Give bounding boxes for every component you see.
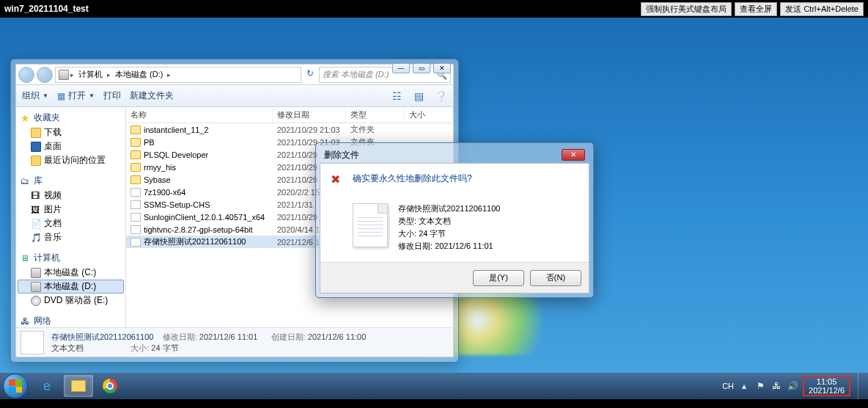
delete-warning-icon: ✖ bbox=[331, 172, 345, 187]
column-name[interactable]: 名称 bbox=[126, 107, 273, 123]
drive-icon bbox=[31, 268, 41, 278]
document-icon: 📄 bbox=[31, 219, 41, 229]
dialog-yes-button[interactable]: 是(Y) bbox=[473, 270, 524, 286]
taskbar-ie-button[interactable]: e bbox=[32, 375, 62, 397]
chevron-right-icon[interactable]: ▸ bbox=[107, 71, 111, 79]
folder-icon bbox=[71, 380, 86, 392]
sidebar-videos[interactable]: 🎞视频 bbox=[18, 189, 124, 203]
details-modified: 2021/12/6 11:01 bbox=[199, 332, 258, 341]
column-date[interactable]: 修改日期 bbox=[273, 107, 346, 123]
nav-forward-button[interactable] bbox=[37, 67, 53, 83]
sidebar-music[interactable]: 🎵音乐 bbox=[18, 230, 124, 244]
clock-highlight: 11:05 2021/12/6 bbox=[803, 376, 850, 396]
library-icon: 🗂 bbox=[21, 176, 31, 186]
ime-indicator[interactable]: CH bbox=[722, 382, 734, 390]
sidebar-network[interactable]: 🖧网络 bbox=[18, 313, 124, 327]
vnc-force-us-keyboard-button[interactable]: 强制执行美式键盘布局 bbox=[641, 2, 732, 16]
file-name: Sybase bbox=[144, 175, 171, 184]
breadcrumb-drive-d[interactable]: 本地磁盘 (D:) bbox=[112, 69, 166, 80]
system-clock[interactable]: 11:05 2021/12/6 bbox=[806, 377, 847, 395]
folder-icon bbox=[130, 175, 141, 184]
tray-volume-icon[interactable]: 🔊 bbox=[787, 380, 798, 392]
window-minimize-button[interactable]: — bbox=[392, 63, 410, 73]
folder-icon bbox=[130, 125, 141, 134]
help-icon[interactable]: ❔ bbox=[434, 90, 447, 103]
start-button[interactable] bbox=[3, 374, 28, 398]
drive-icon bbox=[59, 70, 69, 80]
sidebar-documents[interactable]: 📄文档 bbox=[18, 216, 124, 230]
column-headers: 名称 修改日期 类型 大小 bbox=[126, 107, 453, 123]
file-icon bbox=[130, 213, 141, 222]
chevron-down-icon: ▼ bbox=[89, 92, 95, 99]
dialog-no-button[interactable]: 否(N) bbox=[530, 270, 581, 286]
window-maximize-button[interactable]: ▭ bbox=[413, 63, 430, 73]
print-button[interactable]: 打印 bbox=[103, 90, 121, 102]
tray-network-icon[interactable]: 🖧 bbox=[770, 380, 782, 392]
file-name: tightvnc-2.8.27-gpl-setup-64bit bbox=[144, 225, 253, 234]
clock-date: 2021/12/6 bbox=[809, 386, 845, 395]
txt-icon bbox=[130, 238, 141, 247]
folder-icon bbox=[31, 128, 41, 138]
vnc-control-bar: win7_20211104_test 强制执行美式键盘布局 查看全屏 发送 Ct… bbox=[0, 0, 868, 18]
picture-icon: 🖼 bbox=[31, 205, 41, 215]
network-icon: 🖧 bbox=[21, 316, 31, 327]
windows-logo-icon bbox=[9, 379, 22, 393]
sidebar-drive-e[interactable]: DVD 驱动器 (E:) bbox=[18, 294, 124, 307]
vnc-fullscreen-button[interactable]: 查看全屏 bbox=[735, 2, 777, 16]
new-folder-button[interactable]: 新建文件夹 bbox=[130, 90, 174, 102]
taskbar-explorer-button[interactable] bbox=[64, 375, 93, 397]
dialog-close-button[interactable]: ✕ bbox=[562, 149, 585, 161]
sidebar-favorites[interactable]: ★收藏夹 bbox=[18, 110, 124, 125]
dialog-file-info: 存储快照测试202112061100 类型: 文本文档 大小: 24 字节 修改… bbox=[398, 203, 500, 253]
sidebar-recent[interactable]: 最近访问的位置 bbox=[18, 153, 124, 167]
folder-icon bbox=[130, 163, 141, 172]
file-name: 存储快照测试202112061100 bbox=[144, 236, 246, 247]
chevron-down-icon: ▼ bbox=[43, 92, 48, 99]
breadcrumb[interactable]: ▸ 计算机 ▸ 本地磁盘 (D:) ▸ bbox=[55, 67, 301, 83]
file-row[interactable]: instantclient_11_22021/10/29 21:03文件夹 bbox=[126, 123, 453, 136]
open-button[interactable]: ▦打开▼ bbox=[57, 90, 95, 102]
vnc-send-cad-button[interactable]: 发送 Ctrl+Alt+Delete bbox=[780, 2, 864, 16]
refresh-icon[interactable]: ↻ bbox=[304, 68, 317, 81]
file-icon bbox=[130, 188, 141, 197]
sidebar-computer[interactable]: 🖥计算机 bbox=[18, 250, 124, 266]
sidebar-pictures[interactable]: 🖼图片 bbox=[18, 203, 124, 216]
tray-flag-icon[interactable]: ⚑ bbox=[754, 380, 766, 392]
details-filename: 存储快照测试202112061100 bbox=[51, 332, 153, 341]
file-name: SSMS-Setup-CHS bbox=[144, 200, 210, 209]
dvd-icon bbox=[31, 296, 41, 306]
preview-pane-icon[interactable]: ▤ bbox=[412, 90, 425, 103]
window-close-button[interactable]: ✕ bbox=[433, 63, 451, 73]
recent-icon bbox=[31, 156, 41, 166]
organize-button[interactable]: 组织▼ bbox=[22, 90, 48, 102]
navigation-pane[interactable]: ★收藏夹 下载 桌面 最近访问的位置 🗂库 🎞视频 🖼图片 📄文档 🎵音乐 🖥计… bbox=[16, 107, 126, 327]
tray-arrow-icon[interactable]: ▴ bbox=[738, 380, 750, 392]
column-size[interactable]: 大小 bbox=[405, 107, 453, 123]
breadcrumb-computer[interactable]: 计算机 bbox=[76, 69, 106, 80]
details-created: 2021/12/6 11:00 bbox=[308, 332, 367, 341]
chevron-right-icon[interactable]: ▸ bbox=[167, 71, 171, 79]
taskbar[interactable]: e CH ▴ ⚑ 🖧 🔊 11:05 2021/12/6 bbox=[0, 373, 868, 399]
nav-back-button[interactable] bbox=[18, 67, 34, 83]
details-type: 文本文档 bbox=[51, 343, 84, 352]
view-options-icon[interactable]: ☷ bbox=[390, 90, 403, 103]
sidebar-drive-c[interactable]: 本地磁盘 (C:) bbox=[18, 266, 124, 280]
desktop-icon bbox=[31, 142, 41, 152]
taskbar-chrome-button[interactable] bbox=[95, 375, 125, 397]
sidebar-libraries[interactable]: 🗂库 bbox=[18, 173, 124, 189]
windows-desktop[interactable]: — ▭ ✕ ▸ 计算机 ▸ 本地磁盘 (D:) ▸ ↻ 搜索 本地磁盘 (D:) bbox=[0, 18, 868, 399]
show-desktop-button[interactable] bbox=[858, 373, 865, 399]
delete-file-dialog[interactable]: 删除文件 ✕ ✖ 确实要永久性地删除此文件吗? 存储快照测试2021120611… bbox=[315, 142, 594, 298]
file-name: rmyy_his bbox=[144, 163, 176, 172]
sidebar-downloads[interactable]: 下载 bbox=[18, 125, 124, 139]
chevron-right-icon[interactable]: ▸ bbox=[70, 71, 74, 79]
address-bar: ▸ 计算机 ▸ 本地磁盘 (D:) ▸ ↻ 搜索 本地磁盘 (D:) 🔍 bbox=[16, 65, 453, 85]
sidebar-drive-d[interactable]: 本地磁盘 (D:) bbox=[18, 280, 124, 294]
drive-icon bbox=[31, 282, 41, 292]
details-pane: 存储快照测试202112061100 修改日期: 2021/12/6 11:01… bbox=[16, 327, 453, 357]
clock-time: 11:05 bbox=[809, 377, 845, 386]
column-type[interactable]: 类型 bbox=[346, 107, 405, 123]
star-icon: ★ bbox=[21, 113, 31, 123]
file-name: SunloginClient_12.0.1.40571_x64 bbox=[144, 213, 265, 222]
sidebar-desktop[interactable]: 桌面 bbox=[18, 139, 124, 153]
